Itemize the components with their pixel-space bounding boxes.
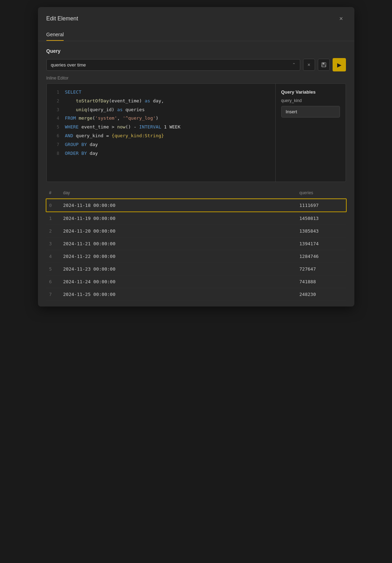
edit-element-modal: Edit Element × General Query queries ove…: [38, 7, 354, 306]
col-header-num: #: [46, 190, 60, 195]
row-4-queries: 1284746: [297, 254, 346, 259]
inline-editor-label: Inline Editor: [38, 76, 354, 81]
code-line-2: 2 toStartOfDay(event_time) as day,: [47, 97, 275, 106]
query-variables-title: Query Variables: [281, 89, 340, 95]
row-6-num: 6: [46, 279, 60, 284]
line-num-5: 5: [52, 124, 59, 131]
row-0-day: 2024-11-18 00:00:00: [60, 203, 297, 208]
row-0-num: 0: [46, 203, 60, 208]
code-line-3: 3 uniq(query_id) as queries: [47, 106, 275, 114]
row-4-num: 4: [46, 254, 60, 259]
row-7-num: 7: [46, 292, 60, 297]
col-header-queries: queries: [297, 190, 346, 195]
table-row-3[interactable]: 3 2024-11-21 00:00:00 1394174: [46, 238, 346, 250]
code-editor[interactable]: 1 SELECT 2 toStartOfDay(event_time) as d…: [46, 83, 346, 182]
line-num-4: 4: [52, 115, 59, 122]
table-row-0[interactable]: 0 2024-11-18 00:00:00 1111697: [46, 198, 347, 212]
close-button[interactable]: ×: [336, 14, 346, 23]
svg-rect-1: [322, 63, 324, 64]
save-button[interactable]: [318, 59, 330, 71]
row-0-queries: 1111697: [297, 203, 346, 208]
line-num-1: 1: [52, 89, 59, 96]
tab-general[interactable]: General: [46, 29, 64, 41]
row-1-queries: 1450813: [297, 216, 346, 221]
line-num-2: 2: [52, 98, 59, 105]
code-content-5: WHERE event_time > now() - INTERVAL 1 WE…: [65, 124, 270, 131]
row-6-queries: 741888: [297, 279, 346, 284]
row-6-day: 2024-11-24 00:00:00: [60, 279, 297, 284]
query-variable-name: query_kind: [281, 98, 340, 103]
row-2-num: 2: [46, 228, 60, 234]
row-7-day: 2024-11-25 00:00:00: [60, 292, 297, 297]
query-section-label: Query: [38, 48, 354, 54]
modal-header: Edit Element ×: [38, 7, 354, 29]
code-content-7: GROUP BY day: [65, 141, 270, 148]
save-icon: [321, 62, 327, 68]
code-line-5: 5 WHERE event_time > now() - INTERVAL 1 …: [47, 123, 275, 132]
modal-title: Edit Element: [46, 15, 78, 22]
chevron-down-icon: ⌃: [292, 62, 296, 67]
table-row-2[interactable]: 2 2024-11-20 00:00:00 1385843: [46, 225, 346, 238]
row-3-queries: 1394174: [297, 241, 346, 246]
table-row-1[interactable]: 1 2024-11-19 00:00:00 1450813: [46, 212, 346, 225]
play-icon: ▶: [337, 62, 341, 68]
run-button[interactable]: ▶: [333, 58, 346, 71]
line-num-6: 6: [52, 133, 59, 139]
row-2-queries: 1385843: [297, 228, 346, 234]
code-content-3: uniq(query_id) as queries: [65, 106, 270, 114]
table-header: # day queries: [46, 188, 346, 198]
table-row-4[interactable]: 4 2024-11-22 00:00:00 1284746: [46, 250, 346, 263]
row-1-num: 1: [46, 216, 60, 221]
row-1-day: 2024-11-19 00:00:00: [60, 216, 297, 221]
query-select-value: queries over time: [51, 62, 292, 68]
code-content-8: ORDER BY day: [65, 150, 270, 157]
results-table: # day queries 0 2024-11-18 00:00:00 1111…: [46, 188, 346, 306]
query-variables-panel: Query Variables query_kind Insert: [275, 84, 346, 182]
row-3-day: 2024-11-21 00:00:00: [60, 241, 297, 246]
code-content-6: AND query_kind = {query_kind:String}: [65, 132, 270, 140]
code-line-8: 8 ORDER BY day: [47, 149, 275, 158]
code-content-2: toStartOfDay(event_time) as day,: [65, 97, 270, 105]
row-5-day: 2024-11-23 00:00:00: [60, 266, 297, 272]
query-variable-value[interactable]: Insert: [281, 106, 340, 118]
row-7-queries: 248230: [297, 292, 346, 297]
col-header-day: day: [60, 190, 297, 195]
code-area[interactable]: 1 SELECT 2 toStartOfDay(event_time) as d…: [47, 84, 275, 182]
query-select[interactable]: queries over time ⌃: [46, 59, 300, 71]
table-row-6[interactable]: 6 2024-11-24 00:00:00 741888: [46, 276, 346, 288]
row-5-queries: 727647: [297, 266, 346, 272]
code-line-6: 6 AND query_kind = {query_kind:String}: [47, 132, 275, 140]
table-row-5[interactable]: 5 2024-11-23 00:00:00 727647: [46, 263, 346, 276]
svg-rect-2: [322, 65, 326, 67]
row-4-day: 2024-11-22 00:00:00: [60, 254, 297, 259]
tabs-row: General: [38, 29, 354, 41]
row-5-num: 5: [46, 266, 60, 272]
row-3-num: 3: [46, 241, 60, 246]
code-line-4: 4 FROM merge('system', '^query_log'): [47, 114, 275, 123]
line-num-8: 8: [52, 150, 59, 157]
line-num-3: 3: [52, 107, 59, 113]
line-num-7: 7: [52, 141, 59, 148]
row-2-day: 2024-11-20 00:00:00: [60, 228, 297, 234]
query-controls: queries over time ⌃ × ▶: [38, 58, 354, 71]
code-line-7: 7 GROUP BY day: [47, 140, 275, 149]
code-content-1: SELECT: [65, 89, 270, 96]
code-content-4: FROM merge('system', '^query_log'): [65, 115, 270, 122]
clear-button[interactable]: ×: [303, 59, 315, 71]
code-line-1: 1 SELECT: [47, 88, 275, 97]
table-row-7[interactable]: 7 2024-11-25 00:00:00 248230: [46, 288, 346, 301]
